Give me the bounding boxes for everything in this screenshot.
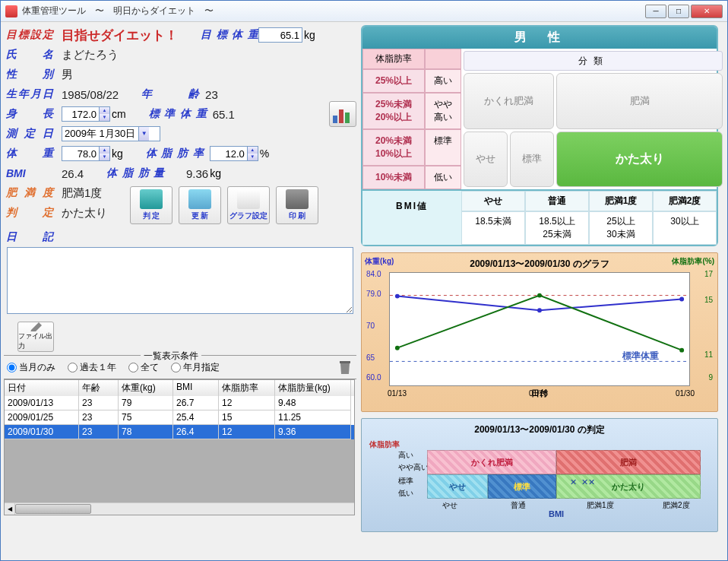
std-weight-ref-label: 標準体重 xyxy=(622,350,659,363)
app-icon xyxy=(5,5,17,17)
print-button[interactable]: 印 刷 xyxy=(276,186,318,224)
weight-input[interactable] xyxy=(62,148,99,160)
judge-value: かた太り xyxy=(62,206,107,220)
weight-label: 体重 xyxy=(4,147,55,160)
data-table: 日付 年齢 体重(kg) BMI 体脂肪率 体脂肪量(kg) 2009/01/1… xyxy=(4,379,355,515)
bodyfat-unit: % xyxy=(260,147,269,160)
svg-rect-3 xyxy=(340,361,350,363)
cat-toned: かた太り xyxy=(556,132,723,188)
filter-past-year[interactable]: 過去１年 xyxy=(68,361,116,374)
svg-rect-1 xyxy=(339,109,343,123)
scrollbar-thumb[interactable] xyxy=(15,504,91,514)
bmi-row-label: BMI値 xyxy=(362,191,461,245)
chart-icon[interactable] xyxy=(329,101,356,127)
horizontal-scrollbar[interactable]: ◀ xyxy=(5,502,354,515)
spin-up-icon[interactable]: ▲ xyxy=(99,107,109,114)
spin-up-icon[interactable]: ▲ xyxy=(247,147,258,154)
height-spinner[interactable]: ▲▼ xyxy=(62,106,110,122)
fatmass-unit: kg xyxy=(210,167,221,179)
judge-box-hidden: かくれ肥満 xyxy=(427,450,556,474)
maximize-button[interactable]: □ xyxy=(668,5,689,18)
judge-x-label: BMI xyxy=(549,509,564,518)
cat-thin: やせ xyxy=(464,132,508,188)
std-weight-value: 65.1 xyxy=(213,108,235,121)
obesity-label: 肥満度 xyxy=(4,186,55,200)
diary-label: 日記 xyxy=(4,230,55,244)
svg-point-8 xyxy=(679,297,684,302)
birth-label: 生年月日 xyxy=(4,87,55,101)
measure-date-label: 測定日 xyxy=(4,127,55,141)
line-chart-panel: 体重(kg) 体脂肪率(%) 2009/01/13〜2009/01/30 のグラ… xyxy=(361,252,718,412)
filter-title: 一覧表示条件 xyxy=(141,350,201,363)
judge-box-obese: 肥満 xyxy=(556,450,701,474)
bodyfat-input[interactable] xyxy=(210,148,247,160)
age-label: 年齢 xyxy=(141,87,199,101)
judge-chart-title: 2009/01/13〜2009/01/30 の判定 xyxy=(366,423,713,436)
svg-point-10 xyxy=(537,293,542,298)
file-output-button[interactable]: ファイル出力 xyxy=(17,322,54,352)
goal-slogan: 目指せダイエット！ xyxy=(62,27,178,44)
bodyfat-spinner[interactable]: ▲▼ xyxy=(210,146,258,161)
obesity-value: 肥満1度 xyxy=(62,186,102,201)
filter-all[interactable]: 全て xyxy=(128,361,159,374)
age-value: 23 xyxy=(205,88,218,101)
chart-plot-area: 標準体重 xyxy=(389,272,690,386)
name-label: 氏名 xyxy=(4,48,55,62)
fatmass-label: 体脂肪量 xyxy=(106,166,164,180)
svg-rect-0 xyxy=(333,116,337,123)
sex-value: 男 xyxy=(62,68,73,82)
diary-textarea[interactable] xyxy=(7,247,353,314)
cat-hidden-obese: かくれ肥満 xyxy=(464,73,554,129)
target-weight-input[interactable] xyxy=(258,27,302,43)
filter-specify[interactable]: 年月指定 xyxy=(171,361,220,374)
judge-y-label: 体脂肪率 xyxy=(369,439,713,450)
minimize-button[interactable]: ─ xyxy=(645,5,666,18)
trash-icon[interactable] xyxy=(337,359,353,376)
height-label: 身長 xyxy=(4,107,55,121)
bmi-value: 26.4 xyxy=(62,167,84,180)
goal-label: 目標設定 xyxy=(4,28,55,42)
table-header: 日付 年齢 体重(kg) BMI 体脂肪率 体脂肪量(kg) xyxy=(5,380,354,396)
spin-down-icon[interactable]: ▼ xyxy=(99,154,109,160)
spin-down-icon[interactable]: ▼ xyxy=(247,154,258,160)
table-row[interactable]: 2009/01/30237826.4129.36 xyxy=(5,425,354,439)
svg-point-11 xyxy=(679,348,684,353)
height-unit: cm xyxy=(112,108,126,120)
svg-point-9 xyxy=(395,346,400,350)
spin-down-icon[interactable]: ▼ xyxy=(99,114,109,121)
y-axis-right-label: 体脂肪率(%) xyxy=(672,256,714,267)
pencil-icon xyxy=(28,322,43,331)
filter-current-month[interactable]: 当月のみ xyxy=(7,361,55,374)
classification-label: 分類 xyxy=(464,51,723,71)
judge-button[interactable]: 判 定 xyxy=(130,186,173,224)
close-button[interactable]: ✕ xyxy=(691,5,723,18)
graph-settings-button[interactable]: グラフ設定 xyxy=(227,186,270,224)
judge-box-std: 標準 xyxy=(488,474,556,499)
target-weight-unit: kg xyxy=(304,29,315,41)
table-row[interactable]: 2009/01/13237926.7129.48 xyxy=(5,396,354,410)
bmi-label: BMI xyxy=(4,167,55,179)
svg-rect-2 xyxy=(345,113,350,123)
height-input[interactable] xyxy=(62,109,99,120)
cat-standard: 標準 xyxy=(510,132,554,188)
cat-obese: 肥満 xyxy=(556,73,723,129)
svg-point-7 xyxy=(537,308,542,312)
update-button[interactable]: 更 新 xyxy=(179,186,221,224)
measure-date-input[interactable]: 2009年 1月30日 ▼ xyxy=(62,126,160,141)
chart-title: 2009/01/13〜2009/01/30 のグラフ xyxy=(366,258,713,271)
male-classification-panel: 男 性 体脂肪率 25%以上高い 25%未満 20%以上やや 高い 20%未満 … xyxy=(361,25,718,246)
titlebar: 体重管理ツール 〜 明日からダイエット 〜 ─ □ ✕ xyxy=(1,1,727,22)
fatmass-value: 9.36 xyxy=(170,167,208,180)
window-title: 体重管理ツール 〜 明日からダイエット 〜 xyxy=(22,5,645,17)
name-value: まどたろう xyxy=(62,48,119,62)
bodyfat-label: 体脂肪率 xyxy=(146,147,204,160)
weight-unit: kg xyxy=(112,147,123,160)
weight-spinner[interactable]: ▲▼ xyxy=(62,146,110,161)
spin-up-icon[interactable]: ▲ xyxy=(99,147,109,154)
table-body[interactable]: 2009/01/13237926.7129.482009/01/25237525… xyxy=(5,396,354,502)
std-weight-label: 標準体重 xyxy=(149,107,207,121)
svg-point-6 xyxy=(395,294,400,299)
male-panel-title: 男 性 xyxy=(362,27,717,49)
table-row[interactable]: 2009/01/25237525.41511.25 xyxy=(5,410,354,425)
dropdown-icon[interactable]: ▼ xyxy=(138,127,149,141)
